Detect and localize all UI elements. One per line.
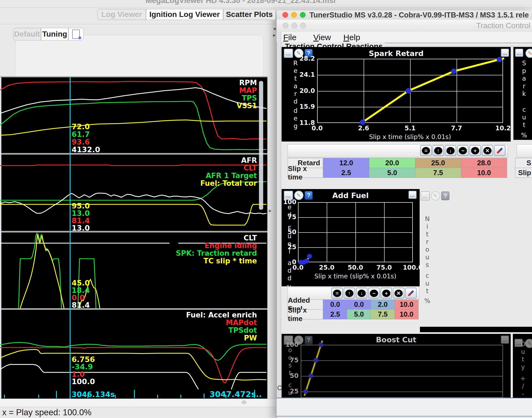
table-cell[interactable]: 7.5 xyxy=(371,309,395,319)
log-panel-1[interactable] xyxy=(0,77,267,153)
plus-button[interactable]: + xyxy=(381,288,392,299)
curve-point[interactable] xyxy=(308,373,313,378)
up-arrow-button[interactable]: ↑ xyxy=(344,288,355,299)
zoom-button[interactable] xyxy=(300,12,306,18)
dialog-close-button[interactable] xyxy=(283,23,288,28)
table-cell[interactable]: 0.0 xyxy=(323,299,347,310)
table-cell[interactable]: 2.5 xyxy=(323,309,347,319)
curve-point[interactable] xyxy=(318,342,323,347)
table-cell[interactable]: 25.0 xyxy=(415,158,461,168)
table-cell[interactable]: 5.0 xyxy=(369,168,415,178)
minus-button[interactable]: − xyxy=(457,145,469,156)
resize-grip[interactable] xyxy=(242,401,246,404)
table-cell[interactable]: 28.0 xyxy=(461,158,507,168)
curve-point[interactable] xyxy=(304,259,309,264)
curve-point[interactable] xyxy=(451,69,457,74)
timeline-tick xyxy=(180,395,181,398)
menu-view[interactable]: View xyxy=(313,33,331,42)
down-arrow-button[interactable]: ↓ xyxy=(356,288,367,299)
tab-ignition-log-viewer[interactable]: Ignition Log Viewer xyxy=(146,9,223,20)
spark-cut-window-dots-icon[interactable]: ··· xyxy=(515,49,523,57)
curve-point[interactable] xyxy=(405,88,411,94)
nitrous-chat-pencil-icon[interactable]: ✎ xyxy=(431,191,440,201)
equals-button[interactable]: = xyxy=(420,145,432,156)
view-tab-default[interactable]: Default xyxy=(13,28,41,40)
nitrous-letter: t xyxy=(423,231,431,238)
close-button[interactable]: ✕ xyxy=(393,288,404,299)
scroll-left-icon[interactable]: ◄ xyxy=(272,26,276,31)
add-fuel-series[interactable] xyxy=(294,198,417,266)
spark-retard-series[interactable] xyxy=(313,55,507,127)
curve-point[interactable] xyxy=(303,389,308,394)
scroll-right-icon[interactable]: ► xyxy=(268,208,273,214)
nitrous-window-dots-icon[interactable]: ··· xyxy=(420,191,430,201)
tab-scatter-plots[interactable]: Scatter Plots xyxy=(223,9,276,20)
y-tick-label: 75 xyxy=(271,357,299,364)
up-arrow-button[interactable]: ↑ xyxy=(432,145,444,156)
cursor-value: 13.0 xyxy=(72,224,90,232)
minus-icon: − xyxy=(459,147,467,154)
table-cell[interactable]: 7.5 xyxy=(415,168,461,178)
plus-button[interactable]: + xyxy=(469,145,481,156)
partial-row-label: S xyxy=(515,158,532,168)
new-view-button[interactable]: ✱ xyxy=(68,28,84,40)
table-cell[interactable]: 10.0 xyxy=(394,309,419,319)
cursor-value: 61.7 xyxy=(72,130,90,139)
table-cell[interactable]: 2.0 xyxy=(371,299,395,310)
table-cell[interactable]: 5.0 xyxy=(347,309,371,319)
view-tab-tuning[interactable]: Tuning xyxy=(41,28,68,40)
divider xyxy=(0,407,277,407)
close-button[interactable]: ✕ xyxy=(482,145,493,156)
new-file-icon: ✱ xyxy=(72,30,80,39)
pencil-button[interactable] xyxy=(494,145,505,156)
legend-afr: AFR xyxy=(241,156,257,164)
curve-point[interactable] xyxy=(307,254,312,259)
minus-button[interactable]: − xyxy=(368,288,380,299)
spark-cut-letter: S xyxy=(520,60,528,67)
cursor-value: 100.0 xyxy=(72,377,95,386)
pencil-icon xyxy=(496,147,503,154)
y-tick-label: 25 xyxy=(271,388,299,395)
curve-point[interactable] xyxy=(497,57,502,62)
y-tick-label: 100 xyxy=(269,198,296,205)
chart-scrollbar[interactable] xyxy=(259,81,263,210)
table-cell[interactable]: 12.0 xyxy=(323,158,369,168)
menu-help[interactable]: Help xyxy=(343,33,360,42)
dialog-minimize-button[interactable] xyxy=(291,23,297,28)
spark-cut-letter: k xyxy=(520,90,528,97)
y-tick-label: 28.2 xyxy=(288,55,315,62)
menu-file[interactable]: File xyxy=(283,33,296,42)
spark-cut-letter: t xyxy=(520,121,528,128)
nitrous-letter: u xyxy=(423,254,431,261)
timeline-cursor-time: 3046.134s xyxy=(72,390,115,399)
duty-letter: t xyxy=(519,356,527,363)
nitrous-help-icon[interactable]: ? xyxy=(441,192,449,200)
pencil-button[interactable] xyxy=(405,288,417,299)
scroll-right-icon[interactable]: ► xyxy=(272,33,276,37)
equals-button[interactable]: = xyxy=(331,288,343,299)
toolbar-fragment xyxy=(517,144,532,157)
curve-point[interactable] xyxy=(360,119,366,125)
nitrous-letter: N xyxy=(423,215,431,222)
duty-letter: y xyxy=(519,363,527,370)
timeline-tick xyxy=(134,390,135,398)
spark-cut-letter: c xyxy=(520,106,528,113)
table-cell[interactable]: 10.0 xyxy=(394,299,419,310)
table-cell[interactable]: 20.0 xyxy=(369,158,415,168)
legend-fuel-total-cor: Fuel: Total cor xyxy=(200,179,257,187)
dialog-zoom-button[interactable] xyxy=(300,23,306,28)
table-cell[interactable]: 2.5 xyxy=(323,168,369,178)
minimize-button[interactable] xyxy=(291,12,297,18)
curve-point[interactable] xyxy=(314,358,318,363)
boost-cut-series[interactable] xyxy=(297,341,507,402)
log-panel-2[interactable] xyxy=(0,155,267,231)
table-cell[interactable]: 10.0 xyxy=(461,168,507,178)
tab-log-viewer[interactable]: Log Viewer xyxy=(97,9,146,20)
duty-letter: + xyxy=(519,375,527,382)
cursor-value: 93.6 xyxy=(72,138,90,146)
legend-mapdot: MAPdot xyxy=(226,319,257,327)
down-arrow-button[interactable]: ↓ xyxy=(445,145,456,156)
close-button[interactable] xyxy=(282,12,288,18)
cursor-line[interactable] xyxy=(70,77,71,399)
table-cell[interactable]: 0.0 xyxy=(347,299,371,310)
